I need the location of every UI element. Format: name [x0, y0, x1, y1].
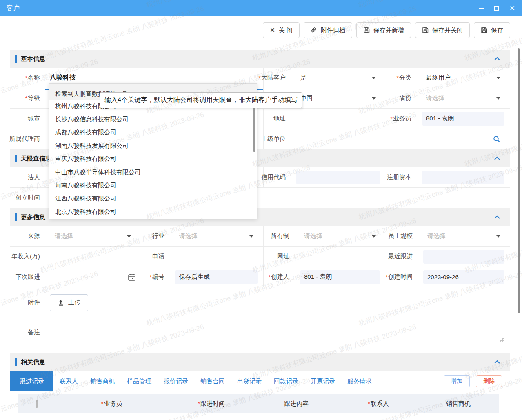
- dropdown-item[interactable]: 中山市八骏半导体科技有限公司: [49, 166, 257, 179]
- agent-label: 所属代理商: [10, 129, 45, 149]
- collapse-chevron-icon[interactable]: [494, 215, 500, 219]
- dropdown-item[interactable]: 长沙八骏信息科技有限公司: [49, 113, 257, 126]
- required-marker: *: [385, 273, 388, 280]
- tab-actions: 增加 删除: [444, 375, 510, 387]
- required-marker: *: [25, 95, 27, 102]
- registered-capital-value[interactable]: [422, 171, 504, 184]
- creator-label: *创建人: [263, 267, 294, 287]
- save-button[interactable]: 保存: [474, 22, 510, 38]
- salesman-value[interactable]: 801 - 袁朗: [422, 112, 504, 126]
- ownership-select[interactable]: 请选择: [294, 226, 386, 246]
- minimize-icon[interactable]: [478, 5, 484, 11]
- city-label: 城市: [10, 109, 45, 129]
- dropdown-item[interactable]: 重庆八骏科技有限公司: [49, 153, 257, 166]
- close-button[interactable]: ✕ 关 闭: [263, 22, 300, 38]
- chevron-down-icon: [127, 235, 131, 238]
- industry-select[interactable]: 请选择: [169, 226, 263, 246]
- collapse-chevron-icon[interactable]: [494, 156, 500, 160]
- recent-follow-value[interactable]: [423, 250, 504, 264]
- parent-unit-input[interactable]: [295, 129, 493, 149]
- attachment-archive-button[interactable]: 附件归档: [304, 22, 352, 38]
- customer-window: 客户 ✕ ✕ 关 闭 附件归档 保存并新增: [0, 0, 522, 420]
- resize-handle-icon[interactable]: [498, 336, 504, 343]
- section-title: 相关信息: [21, 358, 45, 366]
- address-input[interactable]: [291, 109, 386, 129]
- created-time-value: 2023-09-26: [423, 270, 504, 284]
- required-marker: *: [198, 400, 200, 407]
- recent-follow-field: [418, 247, 510, 267]
- required-marker: *: [268, 273, 271, 280]
- form-row: 年收入(万) 电话 网址 最近跟进: [10, 247, 510, 267]
- vertical-scrollbar-thumb[interactable]: [518, 48, 520, 313]
- form-row: 附件 上传: [10, 287, 510, 318]
- collapse-chevron-icon[interactable]: [494, 360, 500, 364]
- search-icon[interactable]: [493, 136, 500, 143]
- tab-invoice-records[interactable]: 开票记录: [304, 378, 341, 385]
- staff-size-label: 员工规模: [386, 226, 418, 246]
- annual-income-input[interactable]: [45, 247, 141, 267]
- titlebar: 客户 ✕: [0, 0, 522, 16]
- dropdown-item[interactable]: 北京八骏科技有限公司: [49, 205, 257, 218]
- tab-contacts[interactable]: 联系人: [53, 378, 84, 385]
- website-input[interactable]: [294, 247, 386, 267]
- tab-sales-contracts[interactable]: 销售合同: [194, 378, 231, 385]
- upload-button[interactable]: 上传: [50, 294, 88, 311]
- required-marker: *: [396, 74, 399, 81]
- close-window-icon[interactable]: ✕: [509, 5, 515, 11]
- dropdown-item[interactable]: 湖南八骏科技发展有限公司: [49, 139, 257, 152]
- dropdown-item[interactable]: 河南八骏科技有限公司: [49, 179, 257, 192]
- tab-quote-records[interactable]: 报价记录: [158, 378, 194, 385]
- related-tabs: 跟进记录 联系人 销售商机 样品管理 报价记录 销售合同 出货记录 回款记录 开…: [10, 371, 510, 391]
- source-label: 来源: [10, 226, 45, 246]
- tab-follow-records[interactable]: 跟进记录: [10, 371, 53, 391]
- section-title: 天眼查信息: [21, 155, 51, 162]
- maximize-icon[interactable]: [493, 5, 500, 11]
- next-follow-date-input[interactable]: [45, 267, 141, 287]
- collapse-chevron-icon[interactable]: [494, 57, 500, 61]
- add-button[interactable]: 增加: [444, 375, 470, 387]
- country-select[interactable]: 中国: [291, 88, 386, 108]
- dropdown-scrollbar-thumb[interactable]: [253, 102, 255, 152]
- paperclip-icon: [311, 27, 317, 33]
- source-select[interactable]: 请选择: [45, 226, 141, 246]
- delete-button[interactable]: 删除: [476, 375, 502, 387]
- chevron-down-icon: [496, 77, 500, 79]
- tab-service-requests[interactable]: 服务请求: [341, 378, 378, 385]
- select-all-checkbox[interactable]: [36, 400, 38, 408]
- chevron-down-icon: [372, 97, 376, 100]
- remark-textarea[interactable]: [45, 318, 510, 347]
- staff-size-select[interactable]: 请选择: [418, 226, 510, 246]
- upload-icon: [58, 300, 64, 306]
- next-follow-label: 下次跟进: [10, 267, 45, 287]
- province-select[interactable]: 请选择: [416, 88, 510, 108]
- credit-code-value[interactable]: [296, 171, 380, 184]
- save-icon: [481, 27, 487, 33]
- form-row: 来源 请选择 行业 请选择 所有制 请选择 员工规模 请选择: [10, 226, 510, 247]
- column-header-follow-time: *跟进时间: [168, 400, 254, 408]
- form-row: 下次跟进 *编号 保存后生成 *创建人 801 - 袁朗 *创建时间 2023-…: [10, 267, 510, 287]
- save-and-new-button[interactable]: 保存并新增: [356, 22, 411, 38]
- remark-label: 备注: [10, 318, 45, 347]
- required-marker: *: [25, 74, 27, 81]
- phone-input[interactable]: [169, 247, 263, 267]
- tab-payment-records[interactable]: 回款记录: [268, 378, 304, 385]
- calendar-icon[interactable]: [128, 273, 136, 281]
- parent-unit-field[interactable]: [291, 129, 510, 149]
- province-label: 省份: [386, 88, 416, 108]
- created-time-label: *创建时间: [386, 267, 418, 287]
- tab-shipping-records[interactable]: 出货记录: [231, 378, 268, 385]
- dropdown-item[interactable]: 成都八骏科技有限公司: [49, 126, 257, 139]
- chevron-down-icon: [496, 97, 500, 100]
- tab-sales-opportunities[interactable]: 销售商机: [84, 378, 121, 385]
- dropdown-item[interactable]: 江西八骏科技有限公司: [49, 192, 257, 205]
- phone-label: 电话: [141, 247, 169, 267]
- attachment-field: 上传: [45, 287, 510, 318]
- category-label: *分类: [386, 68, 416, 88]
- tab-sample-management[interactable]: 样品管理: [121, 378, 158, 385]
- chevron-down-icon: [372, 235, 376, 238]
- mainland-select[interactable]: 是: [291, 68, 386, 88]
- legal-person-label: 法人: [10, 167, 45, 187]
- attachment-label: 附件: [10, 287, 45, 318]
- save-and-close-button[interactable]: 保存并关闭: [415, 22, 470, 38]
- category-select[interactable]: 最终用户: [416, 68, 510, 88]
